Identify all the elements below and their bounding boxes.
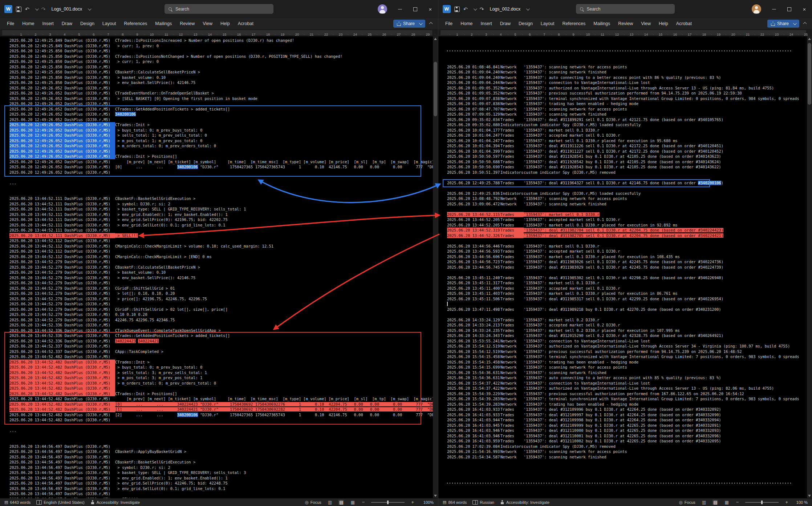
search-box[interactable]: Search [165,4,273,14]
redo-icon[interactable]: ↷ [480,7,484,12]
log-line: 2025.06.20 13:44:56.497 DashPlus (DJ30.r… [9,491,433,497]
title-dropdown-icon[interactable] [526,7,530,11]
ribbon-tab-layout[interactable]: Layout [98,18,120,29]
zoom-slider-thumb[interactable] [761,501,763,504]
log-line: 2025.06.20 12:49:26.052 DashPlus (DJ30.r… [9,143,433,149]
scroll-up-icon[interactable] [808,38,811,40]
undo-dropdown-icon[interactable] [35,7,39,11]
maximize-button[interactable] [781,0,797,18]
document-canvas[interactable]: 2025.06.20 12:49:25.849 DashPlus (DJ30.r… [0,36,433,498]
ribbon-tab-review[interactable]: Review [614,18,637,29]
ribbon-tab-draw[interactable]: Draw [58,18,76,29]
ribbon-tab-file[interactable]: File [441,18,456,29]
accessibility-status[interactable]: Accessibility: Investigate [90,500,140,505]
web-layout-icon[interactable]: ▦ [724,500,729,505]
ribbon-tab-view[interactable]: View [199,18,216,29]
redo-icon[interactable]: ↷ [41,7,46,12]
ruler[interactable]: ·1·2·3·4·5·6·7·8·9·10·11·12·13·14·15·16·… [0,29,438,36]
focus-button[interactable]: ◎Focus [679,500,695,505]
ribbon-tab-insert[interactable]: Insert [477,18,496,29]
ribbon-tab-layout[interactable]: Layout [537,18,559,29]
ribbon-tab-home[interactable]: Home [456,18,476,29]
word-app-icon[interactable]: W [443,5,451,13]
document-title[interactable]: Logs_001.docx [51,7,82,12]
ribbon-tab-insert[interactable]: Insert [38,18,58,29]
ribbon-collapse-icon[interactable] [429,22,433,25]
ribbon-tab-help[interactable]: Help [655,18,672,29]
close-button[interactable]: × [423,0,438,18]
zoom-percentage[interactable]: 100% [421,500,434,505]
log-line: 2025.06.20 16:41:03.945Trades'1359437': … [447,423,807,428]
scroll-down-icon[interactable] [808,495,811,497]
word-app-icon[interactable]: W [4,5,12,13]
focus-button[interactable]: ◎Focus [305,500,321,505]
accessibility-status[interactable]: Accessibility: Investigate [500,500,549,505]
log-line: 2025.06.20 16:41:03.959Trades'1359437': … [447,438,807,444]
ribbon-tab-review[interactable]: Review [176,18,199,29]
maximize-button[interactable] [407,0,423,18]
zoom-out-button[interactable]: − [361,499,366,505]
language-status[interactable]: Russian [472,500,494,505]
ribbon-tab-view[interactable]: View [637,18,655,29]
log-line: 2025.06.20 15:54:15.458Network'1359437':… [447,354,807,360]
print-layout-icon[interactable]: ▤ [338,500,344,505]
minimize-button[interactable] [392,0,407,18]
ribbon-tab-mailings[interactable]: Mailings [589,18,614,29]
ribbon-tab-home[interactable]: Home [18,18,38,29]
avatar[interactable] [752,4,761,14]
ribbon-tab-draw[interactable]: Draw [496,18,515,29]
share-button[interactable]: Share [393,20,425,28]
undo-icon[interactable]: ↶ [463,7,468,12]
document-canvas[interactable]: 2025.06.20 01:08:46.841Network'1359437':… [438,36,807,498]
ribbon-tab-mailings[interactable]: Mailings [151,18,176,29]
read-mode-icon[interactable]: ▥ [701,500,707,505]
zoom-slider-thumb[interactable] [387,501,389,504]
log-line: 2025.06.20 15:54:15.699Network'1359437':… [447,365,807,370]
print-layout-icon[interactable]: ▤ [712,500,718,505]
ribbon-tab-acrobat[interactable]: Acrobat [672,18,696,29]
word-window-right: W ↶ ↷ Logs_002.docx Search × FileHomeIns… [438,0,812,506]
language-status[interactable]: English (United States) [36,500,85,505]
zoom-slider[interactable] [745,502,779,503]
word-count[interactable]: ▤864 words [443,500,467,505]
save-icon[interactable] [454,7,460,12]
ribbon-tab-references[interactable]: References [120,18,151,29]
log-line: 2025.06.20 13:44:52.336 DashPlus (DJ30.r… [9,322,433,328]
scrollbar-thumb[interactable] [434,62,437,116]
ribbon-tab-help[interactable]: Help [216,18,234,29]
zoom-percentage[interactable]: 100 % [795,500,808,505]
ribbon-tab-design[interactable]: Design [76,18,98,29]
ruler[interactable]: ·1·2·3·4·5·6·7·8·9·10·11·12·13·14·15·16·… [438,29,812,36]
ribbon-tab-design[interactable]: Design [515,18,537,29]
document-title[interactable]: Logs_002.docx [490,7,520,12]
zoom-slider[interactable] [371,502,405,503]
search-box[interactable]: Search [576,4,675,14]
log-line: 2025.06.20 01:09:04.244Network'1359437':… [447,80,807,85]
scroll-down-icon[interactable] [434,495,437,497]
title-dropdown-icon[interactable] [88,7,92,11]
log-line [447,475,807,481]
ribbon-tab-acrobat[interactable]: Acrobat [234,18,257,29]
share-button[interactable]: Share [767,20,799,28]
ribbon-tab-file[interactable]: File [3,18,18,29]
vertical-scrollbar[interactable] [807,36,812,498]
avatar[interactable] [378,4,387,14]
log-line: 2025.06.20 13:44:52.279 DashPlus (DJ30.r… [9,286,433,291]
zoom-out-button[interactable]: − [735,499,740,505]
scroll-up-icon[interactable] [434,38,437,40]
save-icon[interactable] [16,7,21,12]
close-button[interactable]: × [797,0,812,18]
zoom-in-button[interactable]: + [410,499,415,505]
log-line: 2025.06.20 09:35:02.080Indicatorscustom … [447,122,807,128]
ribbon-collapse-icon[interactable] [803,22,807,25]
web-layout-icon[interactable]: ▦ [350,500,355,505]
scrollbar-thumb[interactable] [808,43,811,105]
ribbon-tab-references[interactable]: References [558,18,589,29]
read-mode-icon[interactable]: ▥ [327,500,333,505]
vertical-scrollbar[interactable] [433,36,438,498]
undo-dropdown-icon[interactable] [474,7,477,11]
zoom-in-button[interactable]: + [784,499,789,505]
minimize-button[interactable] [766,0,781,18]
word-count[interactable]: ▤6443 words [4,500,31,505]
undo-icon[interactable]: ↶ [25,7,29,12]
